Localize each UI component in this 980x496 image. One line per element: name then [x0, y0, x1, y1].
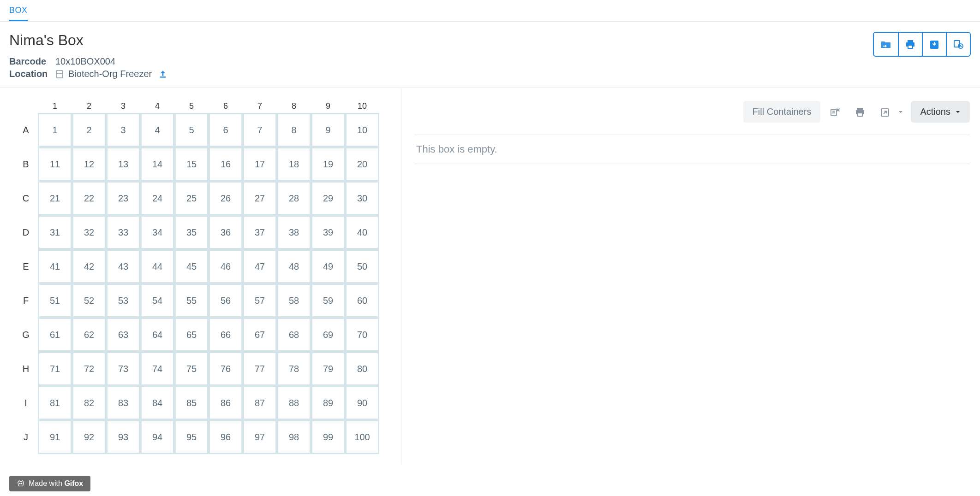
grid-cell[interactable]: 96	[209, 420, 243, 454]
grid-cell[interactable]: 6	[209, 113, 243, 147]
grid-cell[interactable]: 19	[311, 147, 345, 181]
grid-cell[interactable]: 49	[311, 249, 345, 283]
grid-cell[interactable]: 14	[140, 147, 174, 181]
grid-cell[interactable]: 20	[345, 147, 379, 181]
grid-cell[interactable]: 29	[311, 181, 345, 215]
grid-cell[interactable]: 91	[38, 420, 72, 454]
grid-cell[interactable]: 85	[174, 386, 209, 420]
grid-cell[interactable]: 62	[72, 318, 106, 352]
grid-cell[interactable]: 52	[72, 283, 106, 318]
grid-cell[interactable]: 89	[311, 386, 345, 420]
grid-cell[interactable]: 31	[38, 215, 72, 249]
history-button[interactable]	[946, 33, 970, 56]
grid-cell[interactable]: 24	[140, 181, 174, 215]
grid-cell[interactable]: 67	[243, 318, 277, 352]
grid-cell[interactable]: 35	[174, 215, 209, 249]
grid-cell[interactable]: 55	[174, 283, 209, 318]
grid-cell[interactable]: 61	[38, 318, 72, 352]
grid-cell[interactable]: 70	[345, 318, 379, 352]
upload-icon[interactable]	[158, 70, 167, 79]
grid-cell[interactable]: 5	[174, 113, 209, 147]
grid-cell[interactable]: 40	[345, 215, 379, 249]
grid-cell[interactable]: 28	[277, 181, 311, 215]
grid-cell[interactable]: 3	[106, 113, 140, 147]
grid-cell[interactable]: 82	[72, 386, 106, 420]
grid-cell[interactable]: 86	[209, 386, 243, 420]
grid-cell[interactable]: 77	[243, 352, 277, 386]
grid-cell[interactable]: 90	[345, 386, 379, 420]
grid-cell[interactable]: 17	[243, 147, 277, 181]
grid-cell[interactable]: 54	[140, 283, 174, 318]
grid-cell[interactable]: 98	[277, 420, 311, 454]
grid-cell[interactable]: 56	[209, 283, 243, 318]
actions-dropdown[interactable]: Actions	[911, 101, 970, 123]
grid-cell[interactable]: 84	[140, 386, 174, 420]
grid-cell[interactable]: 7	[243, 113, 277, 147]
grid-cell[interactable]: 92	[72, 420, 106, 454]
print-button[interactable]	[898, 33, 922, 56]
location-value[interactable]: Biotech-Org Freezer	[68, 69, 152, 79]
grid-cell[interactable]: 72	[72, 352, 106, 386]
grid-cell[interactable]: 48	[277, 249, 311, 283]
grid-cell[interactable]: 100	[345, 420, 379, 454]
grid-cell[interactable]: 97	[243, 420, 277, 454]
grid-cell[interactable]: 39	[311, 215, 345, 249]
print-list-icon[interactable]	[850, 102, 870, 122]
grid-cell[interactable]: 37	[243, 215, 277, 249]
grid-cell[interactable]: 81	[38, 386, 72, 420]
grid-cell[interactable]: 23	[106, 181, 140, 215]
download-button[interactable]	[922, 33, 946, 56]
grid-cell[interactable]: 9	[311, 113, 345, 147]
grid-cell[interactable]: 32	[72, 215, 106, 249]
tab-box[interactable]: BOX	[9, 0, 28, 21]
export-icon[interactable]	[875, 102, 895, 122]
clear-assignments-icon[interactable]	[825, 102, 845, 122]
grid-cell[interactable]: 26	[209, 181, 243, 215]
grid-cell[interactable]: 99	[311, 420, 345, 454]
grid-cell[interactable]: 2	[72, 113, 106, 147]
grid-cell[interactable]: 64	[140, 318, 174, 352]
grid-cell[interactable]: 47	[243, 249, 277, 283]
grid-cell[interactable]: 51	[38, 283, 72, 318]
grid-cell[interactable]: 66	[209, 318, 243, 352]
grid-cell[interactable]: 1	[38, 113, 72, 147]
grid-cell[interactable]: 76	[209, 352, 243, 386]
grid-cell[interactable]: 53	[106, 283, 140, 318]
grid-cell[interactable]: 74	[140, 352, 174, 386]
grid-cell[interactable]: 44	[140, 249, 174, 283]
grid-cell[interactable]: 4	[140, 113, 174, 147]
grid-cell[interactable]: 80	[345, 352, 379, 386]
grid-cell[interactable]: 73	[106, 352, 140, 386]
grid-cell[interactable]: 75	[174, 352, 209, 386]
grid-cell[interactable]: 25	[174, 181, 209, 215]
grid-cell[interactable]: 71	[38, 352, 72, 386]
grid-cell[interactable]: 63	[106, 318, 140, 352]
grid-cell[interactable]: 34	[140, 215, 174, 249]
fill-containers-button[interactable]: Fill Containers	[743, 101, 821, 123]
grid-cell[interactable]: 27	[243, 181, 277, 215]
grid-cell[interactable]: 8	[277, 113, 311, 147]
grid-cell[interactable]: 42	[72, 249, 106, 283]
grid-cell[interactable]: 30	[345, 181, 379, 215]
grid-cell[interactable]: 16	[209, 147, 243, 181]
grid-cell[interactable]: 95	[174, 420, 209, 454]
grid-cell[interactable]: 45	[174, 249, 209, 283]
grid-cell[interactable]: 12	[72, 147, 106, 181]
grid-cell[interactable]: 18	[277, 147, 311, 181]
grid-cell[interactable]: 15	[174, 147, 209, 181]
grid-cell[interactable]: 58	[277, 283, 311, 318]
grid-cell[interactable]: 43	[106, 249, 140, 283]
grid-cell[interactable]: 83	[106, 386, 140, 420]
grid-cell[interactable]: 79	[311, 352, 345, 386]
grid-cell[interactable]: 93	[106, 420, 140, 454]
grid-cell[interactable]: 36	[209, 215, 243, 249]
grid-cell[interactable]: 46	[209, 249, 243, 283]
grid-cell[interactable]: 78	[277, 352, 311, 386]
grid-cell[interactable]: 87	[243, 386, 277, 420]
grid-cell[interactable]: 60	[345, 283, 379, 318]
grid-cell[interactable]: 50	[345, 249, 379, 283]
grid-cell[interactable]: 88	[277, 386, 311, 420]
grid-cell[interactable]: 41	[38, 249, 72, 283]
grid-cell[interactable]: 10	[345, 113, 379, 147]
grid-cell[interactable]: 22	[72, 181, 106, 215]
